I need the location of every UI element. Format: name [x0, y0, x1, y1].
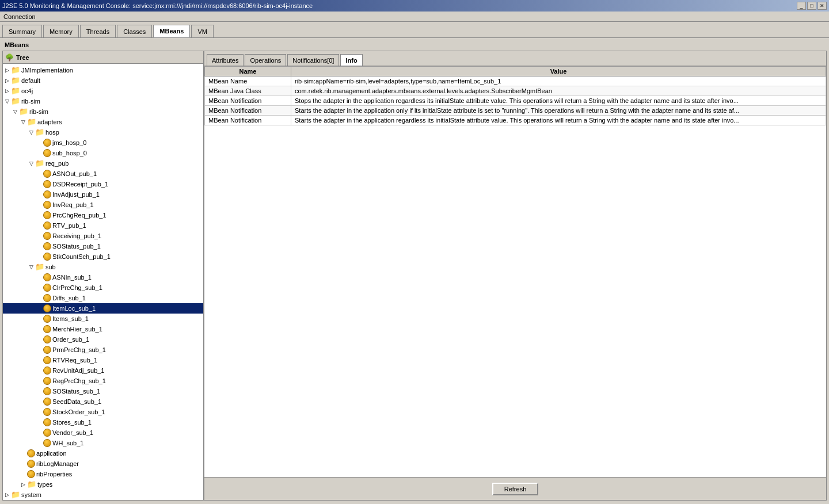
tree-item-SOStatus_pub_1[interactable]: SOStatus_pub_1	[3, 241, 203, 251]
tree-label-RcvUnitAdj_sub_1: RcvUnitAdj_sub_1	[52, 366, 105, 375]
tree-item-Diffs_sub_1[interactable]: Diffs_sub_1	[3, 293, 203, 303]
tree-item-ClrPrcChg_sub_1[interactable]: ClrPrcChg_sub_1	[3, 282, 203, 293]
tree-item-rib-sim[interactable]: ▽📁rib-sim	[3, 96, 203, 106]
tree-toggle-sub[interactable]: ▽	[27, 262, 35, 272]
tree-toggle-oc4j[interactable]: ▷	[3, 86, 11, 96]
tree-item-Stores_sub_1[interactable]: Stores_sub_1	[3, 417, 203, 427]
refresh-button[interactable]: Refresh	[492, 483, 538, 495]
tab-memory[interactable]: Memory	[43, 25, 79, 37]
tree-item-InvAdjust_pub_1[interactable]: InvAdjust_pub_1	[3, 189, 203, 200]
tree-item-ribProperties[interactable]: ribProperties	[3, 469, 203, 479]
right-panel: AttributesOperationsNotifications[0]Info…	[204, 51, 826, 500]
col-name-header: Name	[205, 67, 291, 77]
tree-item-WH_sub_1[interactable]: WH_sub_1	[3, 438, 203, 448]
tree-item-adapters[interactable]: ▽📁adapters	[3, 117, 203, 127]
tree-item-hosp[interactable]: ▽📁hosp	[3, 127, 203, 138]
bean-icon-application	[27, 449, 35, 457]
inner-tab-operations[interactable]: Operations	[245, 54, 286, 66]
inner-tab-info[interactable]: Info	[340, 54, 362, 66]
tree-item-RTVReq_sub_1[interactable]: RTVReq_sub_1	[3, 355, 203, 365]
tree-label-sub_hosp_0: sub_hosp_0	[52, 148, 87, 158]
minimize-button[interactable]: _	[797, 2, 806, 10]
tree-item-SeedData_sub_1[interactable]: SeedData_sub_1	[3, 396, 203, 407]
tree-label-req_pub: req_pub	[45, 159, 69, 168]
tree-item-types[interactable]: ▷📁types	[3, 479, 203, 490]
tree-item-Vendor_sub_1[interactable]: Vendor_sub_1	[3, 427, 203, 438]
tree-item-PrcChgReq_pub_1[interactable]: PrcChgReq_pub_1	[3, 210, 203, 220]
inner-tab-attributes[interactable]: Attributes	[207, 54, 244, 66]
tree-item-RTV_pub_1[interactable]: RTV_pub_1	[3, 220, 203, 231]
tree-item-Receiving_pub_1[interactable]: Receiving_pub_1	[3, 231, 203, 241]
bean-icon-jms_hosp_0	[43, 139, 51, 147]
close-button[interactable]: ✕	[817, 2, 827, 10]
tree-item-jms_hosp_0[interactable]: jms_hosp_0	[3, 138, 203, 148]
bean-icon-SOStatus_pub_1	[43, 242, 51, 250]
tree-item-StockOrder_sub_1[interactable]: StockOrder_sub_1	[3, 407, 203, 417]
tree-item-sub[interactable]: ▽📁sub	[3, 262, 203, 272]
tree-item-StkCountSch_pub_1[interactable]: StkCountSch_pub_1	[3, 251, 203, 262]
folder-icon-req_pub: 📁	[35, 159, 44, 167]
title-bar-controls: _ □ ✕	[797, 2, 827, 10]
bean-icon-StockOrder_sub_1	[43, 408, 51, 416]
folder-icon-sub: 📁	[35, 263, 44, 271]
tree-item-ribLogManager[interactable]: ribLogManager	[3, 459, 203, 469]
title-bar-text: J2SE 5.0 Monitoring & Management Console…	[2, 2, 313, 9]
tab-classes[interactable]: Classes	[117, 25, 152, 37]
connection-menu[interactable]: Connection	[3, 13, 36, 20]
menu-bar: Connection	[0, 12, 829, 22]
tree-header-label: Tree	[16, 54, 29, 61]
tree-item-Items_sub_1[interactable]: Items_sub_1	[3, 314, 203, 324]
tree-item-jmimpl[interactable]: ▷📁JMImplementation	[3, 65, 203, 75]
tree-toggle-types[interactable]: ▷	[19, 480, 27, 489]
tree-item-SOStatus_sub_1[interactable]: SOStatus_sub_1	[3, 386, 203, 396]
tree-item-sub_hosp_0[interactable]: sub_hosp_0	[3, 148, 203, 158]
tree-item-InvReq_pub_1[interactable]: InvReq_pub_1	[3, 200, 203, 210]
tree-label-InvReq_pub_1: InvReq_pub_1	[52, 200, 94, 209]
tree-item-req_pub[interactable]: ▽📁req_pub	[3, 158, 203, 169]
bean-icon-ItemLoc_sub_1	[43, 304, 51, 312]
cell-value-1: com.retek.rib.management.adapters.mbeans…	[291, 86, 826, 96]
maximize-button[interactable]: □	[807, 2, 816, 10]
tree-item-ASNIn_sub_1[interactable]: ASNIn_sub_1	[3, 272, 203, 282]
tree-item-RegPrcChg_sub_1[interactable]: RegPrcChg_sub_1	[3, 376, 203, 386]
tree-content: ▷📁JMImplementation▷📁default▷📁oc4j▽📁rib-s…	[3, 64, 203, 500]
tree-label-types: types	[37, 480, 52, 489]
tree-item-system[interactable]: ▷📁system	[3, 490, 203, 500]
tab-vm[interactable]: VM	[191, 25, 214, 37]
table-row: MBean NotificationStarts the adapter in …	[205, 116, 826, 125]
tree-item-oc4j[interactable]: ▷📁oc4j	[3, 86, 203, 96]
tree-item-Order_sub_1[interactable]: Order_sub_1	[3, 334, 203, 345]
tree-item-PrmPrcChg_sub_1[interactable]: PrmPrcChg_sub_1	[3, 345, 203, 355]
folder-icon-rib-sim-inner: 📁	[19, 108, 28, 116]
tab-mbeans[interactable]: MBeans	[153, 25, 190, 37]
tab-summary[interactable]: Summary	[2, 25, 42, 37]
tree-toggle-system[interactable]: ▷	[3, 490, 11, 499]
tree-toggle-req_pub[interactable]: ▽	[27, 159, 35, 168]
tree-item-DSDReceipt_pub_1[interactable]: DSDReceipt_pub_1	[3, 179, 203, 189]
cell-name-0: MBean Name	[205, 77, 291, 86]
tree-item-ASNOut_pub_1[interactable]: ASNOut_pub_1	[3, 169, 203, 179]
table-row: MBean NotificationStops the adapter in t…	[205, 96, 826, 106]
tree-toggle-rib-sim[interactable]: ▽	[3, 97, 11, 106]
tree-item-rib-sim-inner[interactable]: ▽📁rib-sim	[3, 106, 203, 117]
tree-toggle-default[interactable]: ▷	[3, 76, 11, 85]
tree-toggle-adapters[interactable]: ▽	[19, 117, 27, 127]
tab-threads[interactable]: Threads	[80, 25, 116, 37]
cell-value-3: Starts the adapter in the application on…	[291, 106, 826, 116]
split-panel: 🌳 Tree ▷📁JMImplementation▷📁default▷📁oc4j…	[2, 51, 827, 501]
tree-item-application[interactable]: application	[3, 448, 203, 459]
tree-label-ASNIn_sub_1: ASNIn_sub_1	[52, 273, 92, 282]
tree-toggle-jmimpl[interactable]: ▷	[3, 66, 11, 75]
tree-item-default[interactable]: ▷📁default	[3, 75, 203, 86]
bean-icon-ASNOut_pub_1	[43, 170, 51, 178]
tree-label-SOStatus_sub_1: SOStatus_sub_1	[52, 387, 100, 396]
bean-icon-SeedData_sub_1	[43, 398, 51, 406]
tree-label-InvAdjust_pub_1: InvAdjust_pub_1	[52, 190, 100, 199]
tree-item-ItemLoc_sub_1[interactable]: ItemLoc_sub_1	[3, 303, 203, 314]
tree-item-RcvUnitAdj_sub_1[interactable]: RcvUnitAdj_sub_1	[3, 365, 203, 376]
tree-toggle-hosp[interactable]: ▽	[27, 128, 35, 137]
tree-toggle-rib-sim-inner[interactable]: ▽	[11, 107, 19, 116]
bean-icon-PrmPrcChg_sub_1	[43, 346, 51, 354]
inner-tab-notifications[interactable]: Notifications[0]	[287, 54, 339, 66]
tree-item-MerchHier_sub_1[interactable]: MerchHier_sub_1	[3, 324, 203, 334]
